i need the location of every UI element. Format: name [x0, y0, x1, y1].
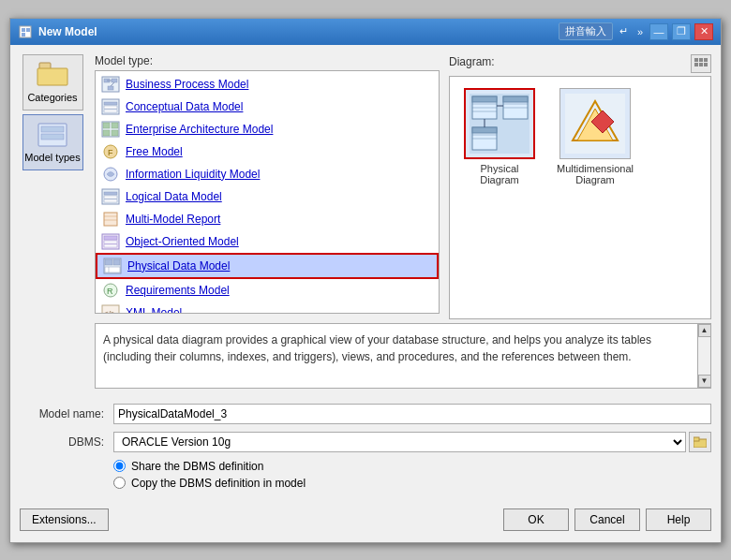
model-label-oom: Object-Oriented Model [126, 235, 239, 248]
svg-rect-60 [503, 96, 528, 102]
grid-view-icon [694, 58, 708, 69]
ime-label[interactable]: 拼音輸入 [559, 22, 613, 40]
model-item-free[interactable]: F Free Model [96, 140, 439, 163]
radio-share[interactable] [113, 460, 126, 472]
svg-rect-39 [105, 259, 112, 265]
form-area: Model name: DBMS: ORACLE Version 10g [20, 396, 711, 497]
model-item-bpm[interactable]: Business Process Model [96, 73, 439, 96]
category-icon-categories [36, 61, 69, 89]
diagram-thumb-physical [464, 88, 535, 159]
category-label-categories: Categories [27, 92, 77, 103]
model-list[interactable]: Business Process Model Concep [95, 70, 440, 314]
svg-text:</>: </> [104, 309, 115, 314]
svg-rect-29 [104, 196, 117, 199]
ok-button[interactable]: OK [503, 508, 569, 531]
model-label-eam: Enterprise Architecture Model [126, 123, 273, 136]
scroll-up-button[interactable]: ▲ [698, 324, 711, 337]
title-bar-left: New Model [18, 24, 97, 39]
model-label-ldm: Logical Data Model [126, 190, 222, 203]
dbms-label: DBMS: [20, 435, 104, 449]
model-item-eam[interactable]: Enterprise Architecture Model [96, 118, 439, 140]
svg-rect-74 [694, 437, 699, 441]
model-type-label: Model type: [95, 54, 440, 67]
model-icon-pdm [103, 258, 122, 274]
model-item-pdm[interactable]: Physical Data Model [96, 253, 439, 279]
category-label-model-types: Model types [24, 152, 80, 163]
model-item-cdm[interactable]: Conceptual Data Model [96, 96, 439, 118]
diagram-item-multidim[interactable]: Multidimensional Diagram [553, 84, 637, 189]
description-area: A physical data diagram provides a graph… [95, 323, 711, 389]
model-icon-req: R [101, 282, 120, 299]
diagram-thumb-multidim [559, 88, 631, 159]
model-label-free: Free Model [126, 145, 183, 158]
model-name-input[interactable] [113, 404, 711, 424]
model-label-xml: XML Model [126, 306, 182, 314]
svg-rect-22 [103, 130, 110, 136]
svg-rect-30 [104, 199, 117, 202]
svg-rect-7 [41, 126, 64, 132]
close-button[interactable]: ✕ [694, 23, 713, 40]
model-icon-mmr [101, 211, 120, 228]
diagram-section: Diagram: [449, 54, 711, 319]
model-item-xml[interactable]: </> XML Model [96, 302, 439, 314]
description-scrollbar[interactable]: ▲ ▼ [697, 324, 710, 388]
svg-rect-55 [472, 96, 497, 102]
scroll-down-button[interactable]: ▼ [698, 375, 711, 388]
categories-panel: Categories Model types [20, 54, 85, 389]
radio-copy[interactable] [113, 477, 126, 489]
minimize-button[interactable]: — [649, 23, 668, 40]
svg-rect-8 [41, 134, 64, 140]
category-btn-categories[interactable]: Categories [22, 54, 83, 111]
svg-rect-48 [699, 58, 703, 62]
svg-rect-3 [22, 33, 25, 37]
model-icon-cdm [101, 98, 120, 115]
description-text: A physical data diagram provides a graph… [103, 333, 651, 363]
title-bar-right: 拼音輸入 ↵ » — ❐ ✕ [559, 22, 713, 40]
svg-rect-16 [104, 102, 117, 105]
folder-icon [694, 436, 707, 448]
svg-rect-47 [694, 58, 698, 62]
diagram-label-multidim: Multidimensional Diagram [557, 163, 634, 185]
diagram-item-physical[interactable]: Physical Diagram [457, 84, 542, 189]
dbms-select-wrapper: ORACLE Version 10g [113, 432, 711, 452]
diagram-list: Physical Diagram [449, 76, 711, 319]
svg-rect-50 [694, 63, 698, 66]
radio-group: Share the DBMS definition Copy the DBMS … [113, 460, 711, 490]
svg-rect-23 [112, 130, 118, 136]
svg-rect-40 [113, 259, 120, 265]
category-icon-model-types [36, 121, 69, 149]
model-item-oom[interactable]: Object-Oriented Model [96, 230, 439, 253]
title-bar: New Model 拼音輸入 ↵ » — ❐ ✕ [10, 19, 721, 45]
svg-rect-11 [112, 79, 117, 82]
extensions-button[interactable]: Extensions... [20, 508, 109, 531]
cancel-button[interactable]: Cancel [574, 508, 640, 531]
svg-rect-51 [699, 63, 703, 66]
svg-rect-31 [104, 213, 117, 226]
view-toggle-button[interactable] [691, 54, 711, 73]
multidim-diagram-svg [563, 92, 627, 155]
model-icon-bpm [101, 76, 120, 93]
radio-copy-label: Copy the DBMS definition in model [131, 477, 306, 490]
model-icon-oom [101, 233, 120, 250]
svg-rect-35 [104, 236, 117, 240]
model-item-req[interactable]: R Requirements Model [96, 279, 439, 302]
model-types-section: Model type: [95, 54, 440, 319]
radio-row-share: Share the DBMS definition [113, 460, 711, 473]
svg-rect-49 [704, 58, 708, 62]
svg-rect-2 [26, 28, 30, 32]
restore-button[interactable]: ❐ [672, 23, 691, 40]
category-btn-model-types[interactable]: Model types [22, 114, 83, 170]
help-button[interactable]: Help [646, 508, 711, 531]
model-label-bpm: Business Process Model [126, 78, 248, 91]
svg-rect-21 [112, 123, 118, 128]
model-name-label: Model name: [20, 407, 104, 420]
model-label-cdm: Conceptual Data Model [126, 100, 243, 113]
model-item-ldm[interactable]: Logical Data Model [96, 185, 439, 208]
model-item-ilm[interactable]: Information Liquidity Model [96, 163, 439, 185]
model-icon-ilm [101, 166, 120, 183]
dbms-select[interactable]: ORACLE Version 10g [113, 432, 686, 452]
model-item-mmr[interactable]: Multi-Model Report [96, 208, 439, 230]
dbms-folder-button[interactable] [689, 432, 711, 452]
dbms-row: DBMS: ORACLE Version 10g [20, 432, 711, 452]
title-text: New Model [38, 25, 97, 38]
